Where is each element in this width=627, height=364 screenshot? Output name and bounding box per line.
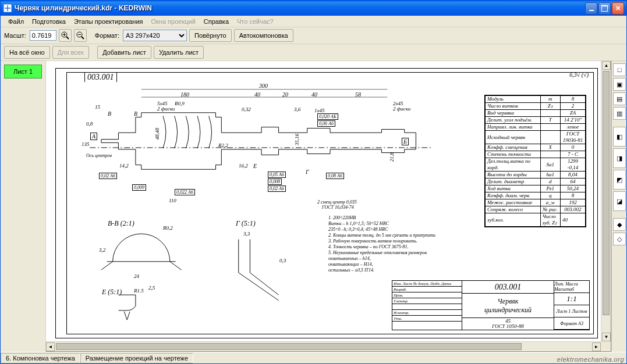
section-G: Г [306, 169, 309, 175]
app-window: Червяк цилиндрический.kdr - KEDRWIN Файл… [0, 0, 627, 364]
right-tool-0[interactable]: □ [613, 63, 626, 76]
label-2faski: 2 фаски [157, 106, 175, 112]
sheet-tab-1[interactable]: Лист 1 [4, 65, 42, 78]
label-15: 15 [95, 104, 100, 110]
label-032: 0,32 [242, 106, 251, 112]
dim-218: 21,8 [389, 152, 395, 162]
sheet-tabs: Лист 1 [1, 61, 46, 352]
detail-e-title: Е (5:1) [102, 288, 122, 297]
right-tool-6[interactable]: ◩ [613, 170, 626, 190]
detail-bb-title: В-В (2:1) [108, 219, 134, 228]
scroll-corner [601, 341, 611, 351]
svg-line-17 [170, 262, 182, 270]
forall-button: Для всех [52, 46, 89, 59]
dim-35: 35,16 [294, 134, 300, 145]
label-36: 3,6 [294, 106, 300, 112]
technical-notes: 1. 200÷220НВ Витки – h 1,0÷1,5; 50÷52 HR… [328, 215, 477, 273]
titlebar: Червяк цилиндрический.kdr - KEDRWIN [1, 1, 626, 16]
vscroll-thumb[interactable] [603, 71, 610, 315]
gtol-1: 0,02 А6 [99, 173, 117, 179]
scroll-down-arrow[interactable]: ▼ [602, 333, 611, 341]
drawing-sheet: 003.001 6,3√ (√) [55, 68, 598, 338]
right-tool-4[interactable]: ◧ [613, 127, 626, 147]
minimize-button[interactable] [585, 2, 597, 15]
right-tool-9[interactable]: ◇ [613, 233, 626, 245]
scroll-right-arrow[interactable]: ► [592, 342, 601, 351]
label-135: 135 [82, 141, 90, 147]
menu-prepare[interactable]: Подготовка [28, 18, 70, 25]
gtol-6: 0,02 А6 [268, 185, 286, 192]
dim-110: 110 [169, 198, 176, 204]
drawing-frame: 003.001 6,3√ (√) [66, 72, 594, 334]
delsheet-button[interactable]: Удалить лист [154, 46, 204, 59]
fullwindow-button[interactable]: На всё окно [4, 46, 50, 59]
menu-stages[interactable]: Этапы проектирования [70, 18, 147, 25]
detail-g-title: Г (5:1) [236, 219, 256, 228]
right-tool-7[interactable]: ◪ [613, 191, 626, 211]
dim-142: 14,2 [119, 163, 129, 169]
zoom-in-button[interactable] [59, 29, 72, 42]
right-tool-8[interactable]: ◆ [613, 218, 626, 231]
right-tool-1[interactable]: ▣ [613, 78, 626, 91]
hscroll-thumb[interactable] [56, 343, 522, 350]
scale-input[interactable] [30, 30, 56, 41]
dim-300: 300 [259, 83, 268, 89]
autolayout-button[interactable]: Автокомпоновка [234, 29, 293, 42]
horizontal-scrollbar[interactable]: ◄ ► [46, 341, 601, 351]
right-tool-3[interactable]: ▥ [613, 107, 626, 120]
menu-whatnow: Что сейчас? [233, 18, 278, 25]
e-25: 2,5 [148, 285, 155, 291]
maximize-button[interactable] [598, 2, 611, 15]
section-V: В [108, 110, 111, 117]
status-pane-2: Размещение проекций на чертеже [80, 353, 193, 363]
app-icon [3, 3, 12, 13]
label-r09: R0,9 [175, 101, 185, 106]
watermark-text: elektromechanika.org [557, 356, 624, 363]
gtol-2: 0,009 [132, 184, 146, 191]
svg-line-2 [66, 37, 69, 39]
datum-A: А [90, 133, 97, 140]
statusbar: 6. Компоновка чертежа Размещение проекци… [1, 352, 626, 363]
gost-center: ГОСТ 16,034-74 [322, 205, 354, 210]
right-toolbar: □▣▤▥◧◨◩◪◆◇ [611, 61, 626, 352]
tb-material: 45 ГОСТ 1050-88 [462, 318, 554, 330]
svg-line-6 [82, 37, 84, 39]
zoom-out-button[interactable] [74, 29, 87, 42]
close-button[interactable] [612, 2, 624, 15]
right-tool-2[interactable]: ▤ [613, 92, 626, 105]
datum-B: Б [402, 138, 409, 145]
svg-line-16 [101, 262, 113, 270]
format-select[interactable]: А3 297x420 [123, 30, 187, 41]
bb-24: 24 [134, 273, 139, 279]
section-E: E [253, 163, 257, 169]
label-1x45: 1x45 [314, 108, 325, 113]
toolbar-row-2: На всё окно Для всех Добавить лист Удали… [1, 44, 626, 61]
parameter-table: Модульm8Число витковZ₁2Вид червякаZAДели… [484, 95, 586, 227]
dim-58: 58 [355, 91, 361, 98]
gtol-9: 0,08 А6 [326, 173, 344, 179]
titleblock-right: Лит. Масса Масштаб 1:1 Лист 1 Листов Фор… [554, 281, 589, 330]
scroll-left-arrow[interactable]: ◄ [46, 342, 55, 351]
addsheet-button[interactable]: Добавить лист [97, 46, 151, 59]
bb-32: 3,2 [99, 247, 105, 253]
gtol-8: 0,06 А6 [317, 120, 335, 127]
svg-line-20 [239, 273, 279, 301]
label-2faski-b: 2 фаски [393, 106, 410, 112]
dim-40b: 40 [311, 91, 317, 98]
label-r22: R2,2 [218, 142, 228, 148]
right-tool-5[interactable]: ◨ [613, 148, 626, 168]
scroll-up-arrow[interactable]: ▲ [602, 61, 611, 70]
menu-help[interactable]: Справка [200, 18, 233, 25]
label-08: 0,8 [86, 121, 93, 127]
toolbar-row-1: Масшт: Формат: А3 297x420 Повёрнуто Авто… [1, 27, 626, 44]
dim-180: 180 [180, 91, 189, 98]
menu-file[interactable]: Файл [4, 18, 28, 25]
tb-name: Червяк цилиндрический [462, 294, 554, 318]
bb-r02: R0,2 [163, 225, 173, 231]
dim-20: 20 [282, 91, 288, 98]
rotate-button[interactable]: Повёрнуто [189, 29, 232, 42]
drawing-canvas[interactable]: 003.001 6,3√ (√) [46, 61, 611, 352]
label-osc: Ось центров [86, 153, 112, 158]
gtol-5: 0,008 [268, 179, 282, 185]
vertical-scrollbar[interactable]: ▲ ▼ [601, 61, 611, 341]
